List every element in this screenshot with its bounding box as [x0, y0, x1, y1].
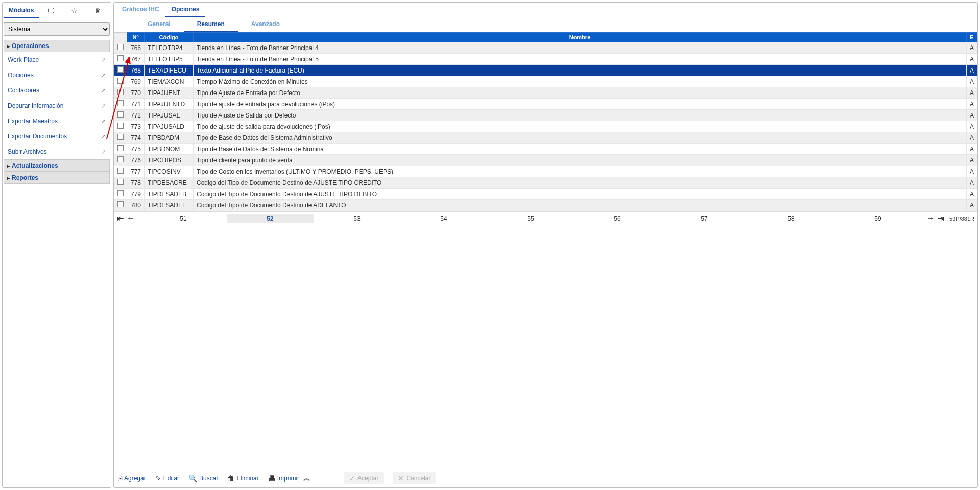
table-row[interactable]: 775TIPBDNOMTipo de Base de Datos del Sis… — [114, 144, 977, 155]
nav-item[interactable]: Exportar Maestros↗ — [4, 113, 110, 129]
checkbox-icon[interactable] — [117, 89, 124, 95]
buscar-button[interactable]: 🔍Buscar — [188, 474, 218, 482]
page-number[interactable]: 59 — [834, 214, 921, 223]
row-checkbox-cell[interactable] — [114, 42, 127, 54]
chevron-up-icon: ︽ — [303, 474, 310, 483]
row-checkbox-cell[interactable] — [114, 121, 127, 132]
table-row[interactable]: 766TELFOTBP4Tienda en Línea - Foto de Ba… — [114, 42, 977, 54]
table-row[interactable]: 771TIPAJUENTDTipo de ajuste de entrada p… — [114, 99, 977, 110]
table-row[interactable]: 778TIPDESACRECodigo del Tipo de Document… — [114, 177, 977, 189]
col-header-name[interactable]: Nombre — [194, 33, 967, 42]
row-checkbox-cell[interactable] — [114, 189, 127, 200]
col-header-status[interactable]: E — [966, 33, 977, 42]
nav-item[interactable]: Subir Archivos↗ — [4, 144, 110, 159]
row-checkbox-cell[interactable] — [114, 155, 127, 166]
sub-tab[interactable]: General — [134, 17, 184, 32]
agregar-button[interactable]: ⎘Agregar — [118, 474, 146, 482]
nav-group-actualizaciones[interactable]: ▸Actualizaciones — [4, 159, 110, 172]
checkbox-icon[interactable] — [117, 78, 124, 84]
checkbox-icon[interactable] — [117, 111, 124, 118]
col-header-num[interactable]: Nº — [127, 33, 145, 42]
checkbox-icon[interactable] — [117, 123, 124, 129]
checkbox-icon[interactable] — [117, 168, 124, 174]
row-status: A — [966, 87, 977, 99]
nav-group-reportes[interactable]: ▸Reportes — [4, 172, 110, 184]
table-row[interactable]: 768TEXADIFECUTexto Adicional al Pié de F… — [114, 65, 977, 76]
checkbox-icon[interactable] — [117, 55, 124, 61]
table-row[interactable]: 769TIEMAXCONTiempo Máximo de Conexión en… — [114, 76, 977, 87]
nav-item[interactable]: Opciones↗ — [4, 67, 110, 83]
table-row[interactable]: 767TELFOTBP5Tienda en Línea - Foto de Ba… — [114, 54, 977, 65]
checkbox-icon[interactable] — [117, 156, 124, 162]
row-checkbox-cell[interactable] — [114, 166, 127, 177]
nav-item[interactable]: Contadores↗ — [4, 83, 110, 98]
checkbox-icon[interactable] — [117, 100, 124, 106]
module-select[interactable]: Sistema — [4, 22, 110, 36]
row-checkbox-cell[interactable] — [114, 65, 127, 76]
row-checkbox-cell[interactable] — [114, 132, 127, 144]
row-name: Tipo de Ajuste de Salida por Defecto — [194, 110, 967, 121]
checkbox-icon[interactable] — [117, 66, 124, 73]
document-icon[interactable]: 🗎 — [94, 7, 102, 15]
row-code: TIPAJUENT — [145, 87, 194, 99]
row-checkbox-cell[interactable] — [114, 144, 127, 155]
table-row[interactable]: 777TIPCOSINVTipo de Costo en los Inventa… — [114, 166, 977, 177]
checkbox-icon[interactable] — [117, 179, 124, 185]
table-row[interactable]: 773TIPAJUSALDTipo de ajuste de salida pa… — [114, 121, 977, 132]
checkbox-icon[interactable] — [117, 134, 124, 140]
monitor-icon[interactable]: 🖵 — [47, 7, 55, 15]
row-num: 780 — [127, 200, 145, 211]
row-checkbox-cell[interactable] — [114, 87, 127, 99]
table-row[interactable]: 780TIPDESADELCodigo del Tipo de Document… — [114, 200, 977, 211]
page-number[interactable]: 51 — [140, 214, 227, 223]
editar-button[interactable]: ✎Editar — [155, 474, 179, 482]
page-number[interactable]: 52 — [227, 214, 314, 223]
external-link-icon: ↗ — [101, 103, 106, 109]
table-row[interactable]: 772TIPAJUSALTipo de Ajuste de Salida por… — [114, 110, 977, 121]
row-checkbox-cell[interactable] — [114, 110, 127, 121]
imprimir-button[interactable]: 🖶Imprimir︽ — [268, 474, 310, 483]
nav-item[interactable]: Exportar Documentos↗ — [4, 129, 110, 144]
sub-tab[interactable]: Resumen — [184, 17, 238, 32]
page-number[interactable]: 58 — [748, 214, 834, 223]
page-number[interactable]: 56 — [574, 214, 661, 223]
top-tab[interactable]: Gráficos IHC — [116, 3, 165, 17]
row-status: A — [966, 144, 977, 155]
table-row[interactable]: 776TIPCLIIPOSTipo de cliente para punto … — [114, 155, 977, 166]
row-status: A — [966, 76, 977, 87]
row-checkbox-cell[interactable] — [114, 76, 127, 87]
sidebar-tab-modulos[interactable]: Módulos — [4, 4, 39, 18]
checkbox-icon[interactable] — [117, 44, 124, 50]
last-page-icon[interactable]: ⇥ — [938, 214, 944, 223]
row-name: Codigo del Tipo de Documento Destino de … — [194, 189, 967, 200]
row-checkbox-cell[interactable] — [114, 177, 127, 189]
row-status: A — [966, 65, 977, 76]
star-icon[interactable]: ☆ — [71, 7, 78, 15]
first-page-icon[interactable]: ⇤ — [117, 214, 124, 223]
pager-nav-right: → ⇥ — [926, 214, 944, 223]
prev-page-icon[interactable]: ← — [127, 214, 135, 223]
sub-tab[interactable]: Avanzado — [238, 17, 293, 32]
page-number[interactable]: 54 — [400, 214, 487, 223]
checkbox-icon[interactable] — [117, 190, 124, 196]
table-row[interactable]: 774TIPBDADMTipo de Base de Datos del Sis… — [114, 132, 977, 144]
next-page-icon[interactable]: → — [926, 214, 935, 223]
row-checkbox-cell[interactable] — [114, 99, 127, 110]
row-num: 773 — [127, 121, 145, 132]
checkbox-icon[interactable] — [117, 201, 124, 207]
top-tab[interactable]: Opciones — [165, 3, 206, 17]
table-row[interactable]: 770TIPAJUENTTipo de Ajuste de Entrada po… — [114, 87, 977, 99]
nav-item[interactable]: Depurar Información↗ — [4, 98, 110, 113]
row-num: 778 — [127, 177, 145, 189]
row-checkbox-cell[interactable] — [114, 54, 127, 65]
nav-item[interactable]: Work Place↗ — [4, 52, 110, 67]
page-number[interactable]: 57 — [661, 214, 748, 223]
page-number[interactable]: 55 — [487, 214, 574, 223]
row-checkbox-cell[interactable] — [114, 200, 127, 211]
checkbox-icon[interactable] — [117, 145, 124, 151]
nav-group-operaciones[interactable]: ▸Operaciones — [4, 40, 110, 52]
col-header-code[interactable]: Código — [145, 33, 194, 42]
eliminar-button[interactable]: 🗑Eliminar — [227, 474, 258, 482]
table-row[interactable]: 779TIPDESADEBCodigo del Tipo de Document… — [114, 189, 977, 200]
page-number[interactable]: 53 — [314, 214, 400, 223]
